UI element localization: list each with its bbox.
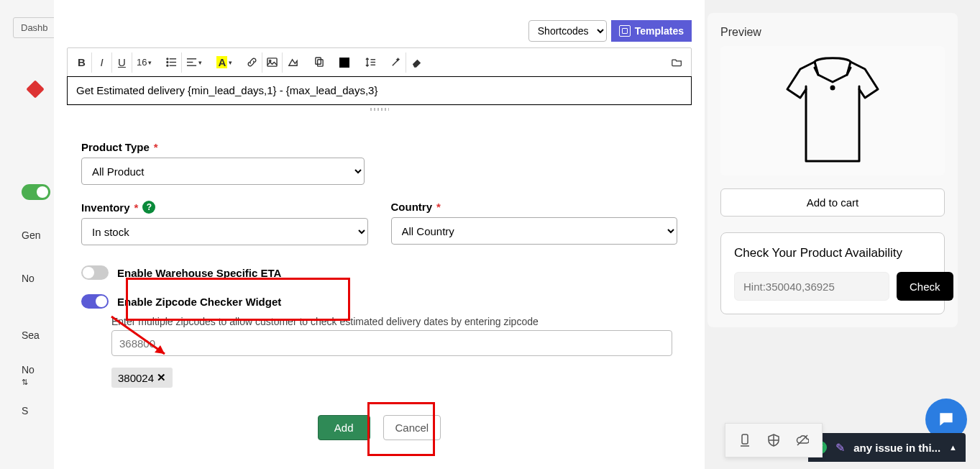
text-color-button[interactable]: A▾ xyxy=(212,53,237,73)
extension-tray xyxy=(725,423,823,457)
svg-point-10 xyxy=(270,60,271,62)
zipcode-checker-toggle[interactable] xyxy=(81,294,109,309)
chevron-up-icon[interactable]: ▲ xyxy=(949,443,957,452)
zipcode-hint: Enter multiple zipcodes to allow custome… xyxy=(111,316,677,327)
line-height-button[interactable] xyxy=(360,53,380,73)
rich-text-editor: B I U 16▾ ▾ A▾ Get Estimated delivery {m… xyxy=(67,47,692,105)
shield-icon[interactable] xyxy=(767,434,780,447)
editor-toolbar: B I U 16▾ ▾ A▾ xyxy=(68,48,691,77)
eraser-button[interactable] xyxy=(406,53,426,73)
zipcode-checker-label: Enable Zipcode Checker Widget xyxy=(117,296,281,308)
bg-label: Gen xyxy=(22,229,40,241)
svg-rect-11 xyxy=(316,58,321,64)
availability-title: Check Your Product Availability xyxy=(734,246,931,260)
bg-label: Sea xyxy=(22,329,40,341)
dashboard-tab[interactable]: Dashb xyxy=(13,17,56,38)
bg-color-button[interactable] xyxy=(334,53,354,73)
svg-rect-12 xyxy=(317,60,323,66)
italic-button[interactable]: I xyxy=(92,53,112,73)
help-icon[interactable]: ? xyxy=(142,201,155,214)
preview-panel: Preview Add to cart Check Your Product A… xyxy=(707,13,958,327)
add-to-cart-button[interactable]: Add to cart xyxy=(720,188,945,217)
inventory-label: Inventory* ? xyxy=(81,201,368,214)
cancel-button[interactable]: Cancel xyxy=(383,415,441,440)
editor-content[interactable]: Get Estimated delivery {min_lead_days,1}… xyxy=(67,76,692,105)
availability-input[interactable] xyxy=(734,272,889,301)
bg-label: No xyxy=(22,364,35,375)
bg-label: No xyxy=(22,273,35,284)
svg-line-22 xyxy=(797,435,807,445)
product-type-select[interactable]: All Product xyxy=(81,158,365,185)
shortcodes-select[interactable]: Shortcodes xyxy=(528,20,607,42)
status-bar[interactable]: ✓ ✎ any issue in thi... ▲ xyxy=(808,433,966,462)
product-image xyxy=(779,53,887,168)
modal: Shortcodes Templates B I U 16▾ ▾ A▾ xyxy=(54,0,705,469)
templates-label: Templates xyxy=(635,25,684,37)
cloud-off-icon[interactable] xyxy=(796,434,809,447)
remove-tag-icon[interactable]: ✕ xyxy=(157,371,166,384)
copy-button[interactable] xyxy=(308,53,329,73)
country-label: Country* xyxy=(391,201,678,213)
bg-label: S xyxy=(22,405,28,416)
check-button[interactable]: Check xyxy=(897,272,953,301)
svg-point-18 xyxy=(831,86,834,89)
link-button[interactable] xyxy=(242,53,262,73)
zipcode-tag: 380024 ✕ xyxy=(111,368,173,388)
svg-point-3 xyxy=(167,58,168,60)
folder-button[interactable] xyxy=(667,53,687,73)
status-text: any issue in thi... xyxy=(853,442,940,454)
availability-card: Check Your Product Availability Check xyxy=(720,232,945,314)
pen-icon: ✎ xyxy=(835,441,845,455)
align-button[interactable]: ▾ xyxy=(182,53,206,73)
templates-icon xyxy=(619,25,631,37)
product-type-label: Product Type* xyxy=(81,141,677,153)
preview-title: Preview xyxy=(720,26,945,39)
device-icon[interactable] xyxy=(738,434,751,447)
sort-icon[interactable]: ⇅ xyxy=(22,378,28,387)
add-button[interactable]: Add xyxy=(318,415,370,440)
templates-button[interactable]: Templates xyxy=(611,20,692,42)
svg-point-4 xyxy=(167,62,168,63)
resize-handle[interactable] xyxy=(67,105,692,112)
magic-button[interactable] xyxy=(386,53,406,73)
bg-toggle[interactable] xyxy=(22,184,50,200)
inventory-select[interactable]: In stock xyxy=(81,218,368,245)
warehouse-eta-label: Enable Warehouse Specific ETA xyxy=(117,267,281,279)
font-size-select[interactable]: 16▾ xyxy=(132,53,156,73)
image2-button[interactable] xyxy=(283,53,303,73)
warehouse-eta-toggle[interactable] xyxy=(81,265,109,280)
svg-rect-9 xyxy=(267,58,277,66)
list-button[interactable] xyxy=(162,53,182,73)
svg-point-5 xyxy=(167,65,168,66)
svg-rect-21 xyxy=(742,434,748,444)
underline-button[interactable]: U xyxy=(112,53,132,73)
zipcode-input[interactable] xyxy=(111,330,672,356)
image-button[interactable] xyxy=(262,53,283,73)
country-select[interactable]: All Country xyxy=(391,217,678,245)
bold-button[interactable]: B xyxy=(72,53,92,73)
